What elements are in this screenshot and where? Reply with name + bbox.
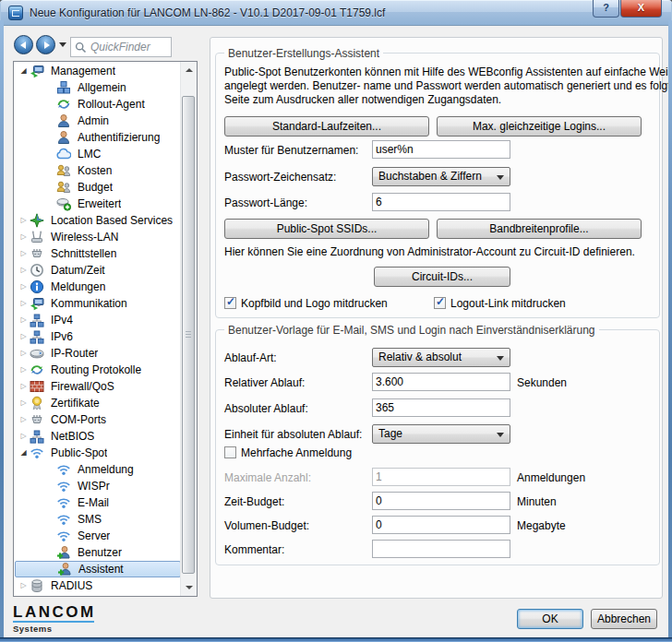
tree-item-benutzer[interactable]: Benutzer: [15, 544, 181, 561]
einheit-absolut-select[interactable]: Tage: [372, 424, 510, 444]
zeit-budget-input[interactable]: [372, 492, 510, 510]
tree-item-firewall-qos[interactable]: Firewall/QoS: [15, 378, 181, 395]
ok-button[interactable]: OK: [517, 609, 583, 629]
expander-collapsed-icon[interactable]: [18, 295, 30, 312]
public-spot-ssids-button[interactable]: Public-Spot SSIDs...: [224, 219, 429, 239]
circuit-hint-text: Hier können Sie eine Zuordnung von Admin…: [224, 245, 635, 258]
sync-arrows-icon: [56, 97, 71, 112]
tree-item-admin[interactable]: Admin: [15, 113, 181, 129]
tree-item-routing-protokolle[interactable]: Routing Protokolle: [15, 362, 181, 378]
expander-collapsed-icon[interactable]: [18, 577, 30, 594]
absoluter-ablauf-input[interactable]: [372, 398, 510, 417]
tree-item-schnittstellen[interactable]: Schnittstellen: [15, 245, 181, 262]
scroll-down-icon[interactable]: [181, 580, 197, 595]
tree-item-erweitert[interactable]: Erweitert: [15, 196, 181, 212]
tree-item-anmeldung[interactable]: Anmeldung: [15, 461, 181, 478]
tree-item-assistent[interactable]: Assistent: [15, 561, 181, 577]
expander-collapsed-icon[interactable]: [18, 345, 30, 362]
relativer-ablauf-unit: Sekunden: [517, 376, 567, 389]
volumen-budget-input[interactable]: [372, 516, 510, 534]
tree-item-e-mail[interactable]: E-Mail: [15, 494, 181, 511]
expander-collapsed-icon[interactable]: [18, 378, 30, 395]
tree-item-ipv6[interactable]: IPv6: [15, 328, 181, 345]
expander-collapsed-icon[interactable]: [18, 229, 30, 245]
tree-item-wispr[interactable]: WISPr: [15, 478, 181, 494]
tree-item-kosten[interactable]: Kosten: [15, 162, 181, 179]
tree-item-partial[interactable]: [15, 594, 181, 597]
expander-collapsed-icon[interactable]: [18, 245, 30, 262]
scrollbar-thumb[interactable]: [182, 96, 195, 574]
expander-collapsed-icon[interactable]: [18, 312, 30, 328]
tree-item-location-based-services[interactable]: Location Based Services: [15, 212, 181, 229]
help-button[interactable]: ?: [593, 0, 619, 18]
groupbox-title: Benutzer-Vorlage für E-Mail, SMS und Log…: [224, 324, 599, 337]
tree-item-datum-zeit[interactable]: Datum/Zeit: [15, 262, 181, 279]
tree-item-authentifizierung[interactable]: Authentifizierung: [15, 129, 181, 146]
tree-item-netbios[interactable]: NetBIOS: [15, 428, 181, 445]
scroll-up-icon[interactable]: [181, 63, 197, 77]
tree-item-kommunikation[interactable]: Kommunikation: [15, 295, 181, 312]
expander-collapsed-icon[interactable]: [18, 262, 30, 279]
expander-expanded-icon[interactable]: [18, 63, 30, 79]
person-plus-icon: [57, 562, 72, 577]
password-charset-select[interactable]: Buchstaben & Ziffern: [372, 167, 510, 186]
standard-laufzeiten-button[interactable]: Standard-Laufzeiten...: [224, 116, 429, 137]
tree-item-server[interactable]: Server: [15, 528, 181, 544]
kopfbild-checkbox[interactable]: [224, 297, 236, 309]
username-pattern-input[interactable]: [372, 140, 510, 159]
maximale-anzahl-unit: Anmeldungen: [517, 471, 585, 484]
quickfinder-input[interactable]: [71, 38, 171, 56]
expander-collapsed-icon[interactable]: [18, 212, 30, 229]
tree-item-radius[interactable]: RADIUS: [15, 577, 181, 594]
tree-item-budget[interactable]: Budget: [15, 179, 181, 196]
tree-item-ipv4[interactable]: IPv4: [15, 312, 181, 328]
tree-rows: Management Allgemein Rollout-Agent Admin…: [15, 63, 181, 597]
ablauf-art-select[interactable]: Relativ & absolut: [372, 348, 510, 367]
disk-plus-icon: [56, 196, 71, 211]
router-icon: [30, 346, 44, 361]
mehrfache-anmeldung-label: Mehrfache Anmeldung: [241, 446, 352, 459]
tree-item-allgemein[interactable]: Allgemein: [15, 79, 181, 96]
close-button[interactable]: X: [620, 0, 662, 18]
back-button[interactable]: [14, 35, 33, 54]
mehrfache-anmeldung-checkbox[interactable]: [224, 446, 236, 458]
network-icon: [30, 429, 44, 444]
expander-expanded-icon[interactable]: [18, 445, 30, 461]
expander-collapsed-icon[interactable]: [18, 362, 30, 378]
expander-collapsed-icon[interactable]: [18, 428, 30, 445]
tree-item-rollout-agent[interactable]: Rollout-Agent: [15, 96, 181, 113]
window-border-bottom: [0, 637, 672, 642]
expander-collapsed-icon[interactable]: [18, 279, 30, 295]
tree-item-ip-router[interactable]: IP-Router: [15, 345, 181, 362]
management-icon: [30, 296, 44, 311]
tree-item-wireless-lan[interactable]: Wireless-LAN: [15, 229, 181, 245]
relativer-ablauf-input[interactable]: [372, 373, 510, 391]
circuit-ids-button[interactable]: Circuit-IDs...: [374, 267, 510, 287]
tree-item-meldungen[interactable]: Meldungen: [15, 279, 181, 295]
expander-collapsed-icon[interactable]: [18, 395, 30, 411]
kommentar-input[interactable]: [372, 540, 510, 558]
tree-item-lmc[interactable]: LMC: [15, 146, 181, 162]
compass-icon: [30, 213, 44, 228]
kopfbild-checkbox-label: Kopfbild und Logo mitdrucken: [241, 297, 388, 310]
max-logins-button[interactable]: Max. gleichzeitige Logins...: [437, 116, 642, 137]
nav-dropdown-icon[interactable]: [59, 42, 66, 51]
firewall-icon: [30, 379, 44, 394]
bandbreitenprofile-button[interactable]: Bandbreitenprofile...: [437, 219, 642, 239]
tree-item-sms[interactable]: SMS: [15, 511, 181, 528]
connector-icon: [30, 412, 44, 427]
password-length-input[interactable]: [372, 193, 510, 211]
expander-collapsed-icon[interactable]: [18, 411, 30, 428]
tree-item-com-ports[interactable]: COM-Ports: [15, 411, 181, 428]
expander-collapsed-icon[interactable]: [18, 328, 30, 345]
cloud-icon: [56, 147, 71, 161]
tree-item-zertifikate[interactable]: Zertifikate: [15, 395, 181, 411]
logout-link-checkbox[interactable]: [434, 297, 446, 309]
cancel-button[interactable]: Abbrechen: [591, 609, 657, 629]
tree-item-public-spot[interactable]: Public-Spot: [15, 445, 181, 461]
expander-collapsed-icon[interactable]: [18, 594, 30, 597]
tree-item-management[interactable]: Management: [15, 63, 181, 79]
description-line: angelegt werden. Benutzer- name und Pass…: [224, 79, 672, 92]
forward-button[interactable]: [36, 35, 55, 54]
tree-scrollbar[interactable]: [180, 62, 197, 596]
